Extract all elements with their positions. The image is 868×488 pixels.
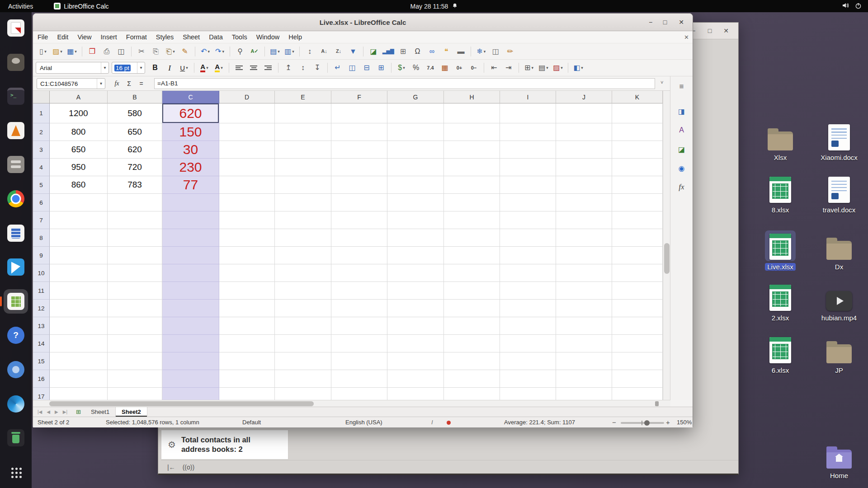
cell-F6[interactable] — [331, 194, 387, 211]
cell-E3[interactable] — [275, 141, 331, 159]
number-button[interactable]: 7.4 — [424, 61, 437, 75]
cell-I2[interactable] — [500, 123, 556, 141]
desktop-icon-travel.docx[interactable]: travel.docx — [812, 174, 866, 214]
split-window-button[interactable]: ◫ — [489, 45, 502, 58]
cell-F11[interactable] — [331, 282, 387, 300]
cell-E1[interactable] — [275, 103, 331, 123]
export-pdf-button[interactable]: ❒ — [85, 45, 99, 58]
broadcast-icon[interactable]: ((o)) — [183, 464, 194, 471]
cell-E15[interactable] — [275, 352, 331, 370]
merge-and-center-button[interactable]: ◫ — [345, 61, 359, 75]
cell-K15[interactable] — [612, 352, 663, 370]
cell-K12[interactable] — [612, 300, 663, 317]
dock-settings[interactable] — [4, 357, 28, 382]
cell-B1[interactable]: 580 — [108, 103, 162, 123]
cell-I15[interactable] — [500, 352, 556, 370]
cell-D8[interactable] — [219, 229, 275, 247]
cell-H10[interactable] — [444, 264, 500, 282]
cell-H12[interactable] — [444, 300, 500, 317]
cell-H4[interactable] — [444, 159, 500, 176]
highlighting-dropdown[interactable]: ▾ — [221, 66, 223, 70]
column-header-F[interactable]: F — [331, 91, 387, 103]
cell-G13[interactable] — [387, 317, 444, 335]
formula-button[interactable]: = — [135, 78, 147, 89]
vertical-scrollbar-thumb[interactable] — [664, 243, 670, 274]
row-header-7[interactable]: 7 — [33, 211, 50, 229]
cell-A7[interactable] — [50, 211, 108, 229]
row-header-3[interactable]: 3 — [33, 141, 50, 159]
borders-dropdown[interactable]: ▾ — [531, 66, 533, 70]
cell-G4[interactable] — [387, 159, 444, 176]
cell-D9[interactable] — [219, 247, 275, 264]
dock-libreoffice-writer[interactable] — [4, 221, 28, 245]
cell-A4[interactable]: 950 — [50, 159, 108, 176]
percent-button[interactable]: % — [409, 61, 423, 75]
bg-close-button[interactable]: ✕ — [720, 23, 732, 39]
underline-dropdown[interactable]: ▾ — [186, 66, 188, 70]
cell-B12[interactable] — [108, 300, 162, 317]
column-header-E[interactable]: E — [275, 91, 331, 103]
cell-A6[interactable] — [50, 194, 108, 211]
cell-G17[interactable] — [387, 388, 444, 400]
cell-K5[interactable] — [612, 176, 663, 194]
clock[interactable]: May 28 11:58 — [410, 3, 458, 10]
menu-edit[interactable]: Edit — [52, 31, 73, 43]
gear-icon[interactable]: ⚙ — [168, 439, 176, 450]
cell-I5[interactable] — [500, 176, 556, 194]
cell-H2[interactable] — [444, 123, 500, 141]
menu-view[interactable]: View — [73, 31, 96, 43]
cell-B4[interactable]: 720 — [108, 159, 162, 176]
cell-C3[interactable]: 30 — [162, 141, 219, 159]
center-vertically-button[interactable]: ↕ — [296, 61, 310, 75]
cell-K3[interactable] — [612, 141, 663, 159]
cell-C9[interactable] — [162, 247, 219, 264]
cell-G11[interactable] — [387, 282, 444, 300]
cell-K7[interactable] — [612, 211, 663, 229]
row-header-6[interactable]: 6 — [33, 194, 50, 211]
cell-A3[interactable]: 650 — [50, 141, 108, 159]
name-box-dropdown[interactable]: ▾ — [97, 79, 105, 89]
cell-B16[interactable] — [108, 370, 162, 388]
cell-K9[interactable] — [612, 247, 663, 264]
system-tray[interactable] — [842, 2, 862, 10]
open-button[interactable]: ▨▾ — [51, 45, 64, 58]
row-header-2[interactable]: 2 — [33, 123, 50, 141]
dock-terminal[interactable]: >_ — [4, 84, 28, 108]
font-name-combo[interactable]: Arial ▾ — [36, 62, 109, 74]
align-top-button[interactable]: ↥ — [282, 61, 295, 75]
sort-button[interactable]: ↕ — [303, 45, 316, 58]
cell-J5[interactable] — [556, 176, 612, 194]
cell-E7[interactable] — [275, 211, 331, 229]
cell-G2[interactable] — [387, 123, 444, 141]
cell-C1[interactable]: 620 — [162, 103, 219, 123]
cell-F4[interactable] — [331, 159, 387, 176]
cell-G16[interactable] — [387, 370, 444, 388]
cell-G14[interactable] — [387, 335, 444, 352]
cell-F15[interactable] — [331, 352, 387, 370]
menu-format[interactable]: Format — [122, 31, 151, 43]
borders-button[interactable]: ⊞▾ — [522, 61, 536, 75]
column-header-K[interactable]: K — [612, 91, 663, 103]
cell-B15[interactable] — [108, 352, 162, 370]
conditional-formatting-button[interactable]: ◧▾ — [571, 61, 585, 75]
cell-B10[interactable] — [108, 264, 162, 282]
row-header-15[interactable]: 15 — [33, 352, 50, 370]
cell-G1[interactable] — [387, 103, 444, 123]
delete-decimal-button[interactable]: 0− — [467, 61, 481, 75]
column-header-G[interactable]: G — [387, 91, 444, 103]
autofilter-button[interactable]: ▼ — [346, 45, 360, 58]
desktop-icon-6.xlsx[interactable]: 6.xlsx — [753, 334, 807, 374]
menu-styles[interactable]: Styles — [151, 31, 179, 43]
cell-G5[interactable] — [387, 176, 444, 194]
dock-vscode[interactable] — [4, 255, 28, 279]
headers-footers-button[interactable]: ▬ — [454, 45, 467, 58]
menu-file[interactable]: File — [33, 31, 52, 43]
zoom-slider[interactable] — [621, 422, 664, 424]
column-header-C[interactable]: C — [162, 91, 219, 103]
dock-gimp[interactable] — [4, 50, 28, 75]
cell-F14[interactable] — [331, 335, 387, 352]
cell-A15[interactable] — [50, 352, 108, 370]
increase-indent-button[interactable]: ⇥ — [502, 61, 515, 75]
dock-libreoffice-start[interactable] — [4, 16, 28, 40]
functions-button[interactable]: fx — [675, 180, 689, 194]
